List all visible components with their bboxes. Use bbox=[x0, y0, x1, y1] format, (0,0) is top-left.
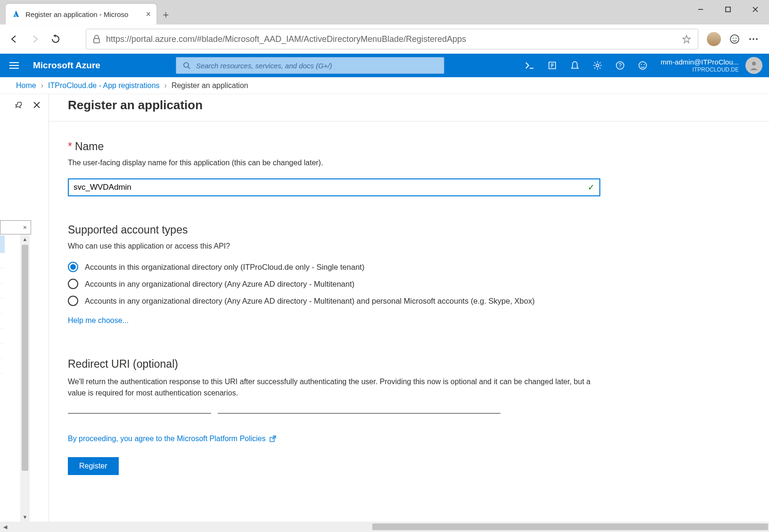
sidebar-item[interactable] bbox=[0, 359, 5, 374]
register-button[interactable]: Register bbox=[68, 457, 119, 475]
radio-label: Accounts in any organizational directory… bbox=[85, 297, 535, 306]
feedback-smiley-icon[interactable] bbox=[729, 34, 740, 44]
browser-menu-icon[interactable] bbox=[748, 34, 759, 44]
search-placeholder: Search resources, services, and docs (G+… bbox=[196, 62, 332, 70]
cloud-shell-button[interactable] bbox=[518, 54, 541, 77]
name-hint: The user-facing display name for this ap… bbox=[68, 159, 643, 167]
radio-icon[interactable] bbox=[68, 296, 78, 306]
directory-filter-button[interactable] bbox=[541, 54, 564, 77]
help-button[interactable]: ? bbox=[609, 54, 631, 77]
url-text: https://portal.azure.com/#blade/Microsof… bbox=[106, 34, 676, 44]
sidebar-scrollbar[interactable]: ▲ ▼ bbox=[20, 234, 30, 522]
external-link-icon bbox=[270, 435, 276, 442]
sidebar-item[interactable] bbox=[0, 268, 5, 283]
window-minimize-button[interactable] bbox=[687, 0, 714, 19]
back-button[interactable] bbox=[6, 31, 23, 48]
breadcrumb-current: Register an application bbox=[172, 81, 248, 90]
name-text-field[interactable] bbox=[74, 183, 588, 192]
address-bar[interactable]: https://portal.azure.com/#blade/Microsof… bbox=[86, 29, 698, 49]
account-avatar-icon[interactable] bbox=[745, 57, 762, 74]
sidebar-search-clear[interactable]: × bbox=[0, 220, 31, 234]
horizontal-scrollbar[interactable]: ◀ ▶ bbox=[0, 522, 769, 532]
azure-top-bar: Microsoft Azure Search resources, servic… bbox=[0, 54, 769, 77]
sidebar-item-selected[interactable] bbox=[0, 235, 5, 253]
close-blade-icon[interactable] bbox=[33, 101, 41, 109]
scroll-up-arrow-icon[interactable]: ▲ bbox=[23, 234, 28, 244]
svg-text:?: ? bbox=[619, 62, 622, 69]
browser-chrome: Register an application - Microso × + ht… bbox=[0, 0, 769, 54]
h-scroll-thumb[interactable] bbox=[372, 524, 768, 530]
pin-icon[interactable] bbox=[15, 101, 24, 109]
svg-point-22 bbox=[641, 64, 642, 65]
lock-icon bbox=[93, 35, 100, 43]
validation-check-icon: ✓ bbox=[588, 182, 595, 193]
svg-point-9 bbox=[753, 38, 754, 40]
forward-button[interactable] bbox=[26, 31, 43, 48]
breadcrumb-app-registrations[interactable]: ITProCloud.de - App registrations bbox=[48, 81, 160, 90]
radio-icon[interactable] bbox=[68, 279, 78, 289]
scroll-left-arrow-icon[interactable]: ◀ bbox=[0, 524, 10, 530]
breadcrumb: Home › ITProCloud.de - App registrations… bbox=[0, 77, 769, 94]
window-close-button[interactable] bbox=[742, 0, 769, 19]
chevron-right-icon: › bbox=[41, 81, 43, 90]
sidebar-item[interactable] bbox=[0, 298, 5, 314]
portal-menu-button[interactable] bbox=[0, 62, 28, 69]
left-sidebar: × ▲ ▼ bbox=[0, 94, 49, 522]
account-type-option-multitenant-personal[interactable]: Accounts in any organizational directory… bbox=[68, 296, 643, 306]
platform-policies-link[interactable]: By proceeding, you agree to the Microsof… bbox=[68, 435, 643, 443]
svg-point-10 bbox=[756, 38, 758, 40]
name-input[interactable]: ✓ bbox=[68, 178, 600, 196]
account-types-hint: Who can use this application or access t… bbox=[68, 242, 643, 250]
blade-main: Register an application *Name The user-f… bbox=[49, 94, 769, 522]
redirect-uri-hint: We'll return the authentication response… bbox=[68, 376, 600, 399]
feedback-button[interactable] bbox=[631, 54, 654, 77]
sidebar-item[interactable] bbox=[0, 253, 5, 268]
svg-point-18 bbox=[596, 64, 599, 67]
tab-close-icon[interactable]: × bbox=[146, 9, 151, 19]
profile-avatar-icon[interactable] bbox=[707, 32, 721, 46]
account-info[interactable]: mm-admin@ITProClou... ITPROCLOUD.DE bbox=[654, 58, 745, 73]
chevron-right-icon: › bbox=[164, 81, 167, 90]
sidebar-item[interactable] bbox=[0, 329, 5, 344]
new-tab-button[interactable]: + bbox=[156, 6, 175, 24]
radio-label: Accounts in any organizational directory… bbox=[85, 280, 354, 289]
account-tenant: ITPROCLOUD.DE bbox=[661, 66, 739, 73]
sidebar-item[interactable] bbox=[0, 314, 5, 329]
tab-title: Register an application - Microso bbox=[25, 10, 141, 18]
account-email: mm-admin@ITProClou... bbox=[661, 58, 739, 66]
svg-point-6 bbox=[733, 38, 734, 39]
svg-point-8 bbox=[749, 38, 751, 40]
azure-brand[interactable]: Microsoft Azure bbox=[28, 60, 105, 71]
scroll-thumb[interactable] bbox=[22, 245, 28, 471]
favorite-star-icon[interactable] bbox=[682, 34, 691, 44]
svg-point-7 bbox=[736, 38, 736, 39]
name-section-heading: *Name bbox=[68, 140, 643, 153]
help-me-choose-link[interactable]: Help me choose... bbox=[68, 316, 643, 325]
svg-point-24 bbox=[752, 62, 756, 65]
svg-rect-4 bbox=[94, 39, 99, 43]
account-type-option-single-tenant[interactable]: Accounts in this organizational director… bbox=[68, 262, 643, 272]
radio-selected-icon[interactable] bbox=[68, 262, 78, 272]
scroll-down-arrow-icon[interactable]: ▼ bbox=[23, 512, 28, 522]
global-search-input[interactable]: Search resources, services, and docs (G+… bbox=[176, 57, 444, 74]
svg-line-15 bbox=[188, 67, 190, 69]
search-icon bbox=[183, 62, 190, 69]
sidebar-item[interactable] bbox=[0, 344, 5, 359]
window-maximize-button[interactable] bbox=[714, 0, 742, 19]
settings-gear-button[interactable] bbox=[586, 54, 609, 77]
svg-rect-1 bbox=[726, 7, 730, 12]
breadcrumb-home[interactable]: Home bbox=[16, 81, 36, 90]
notifications-button[interactable] bbox=[564, 54, 586, 77]
blade-title: Register an application bbox=[49, 98, 769, 121]
svg-point-14 bbox=[184, 63, 188, 67]
svg-point-21 bbox=[639, 62, 646, 69]
account-types-heading: Supported account types bbox=[68, 224, 643, 236]
refresh-button[interactable] bbox=[47, 31, 64, 48]
browser-nav-bar: https://portal.azure.com/#blade/Microsof… bbox=[0, 24, 769, 54]
sidebar-item[interactable] bbox=[0, 283, 5, 298]
account-type-option-multitenant[interactable]: Accounts in any organizational directory… bbox=[68, 279, 643, 289]
browser-tab[interactable]: Register an application - Microso × bbox=[6, 4, 156, 24]
azure-favicon-icon bbox=[11, 9, 21, 19]
svg-point-23 bbox=[644, 64, 645, 65]
redirect-inputs-divider bbox=[68, 413, 643, 414]
